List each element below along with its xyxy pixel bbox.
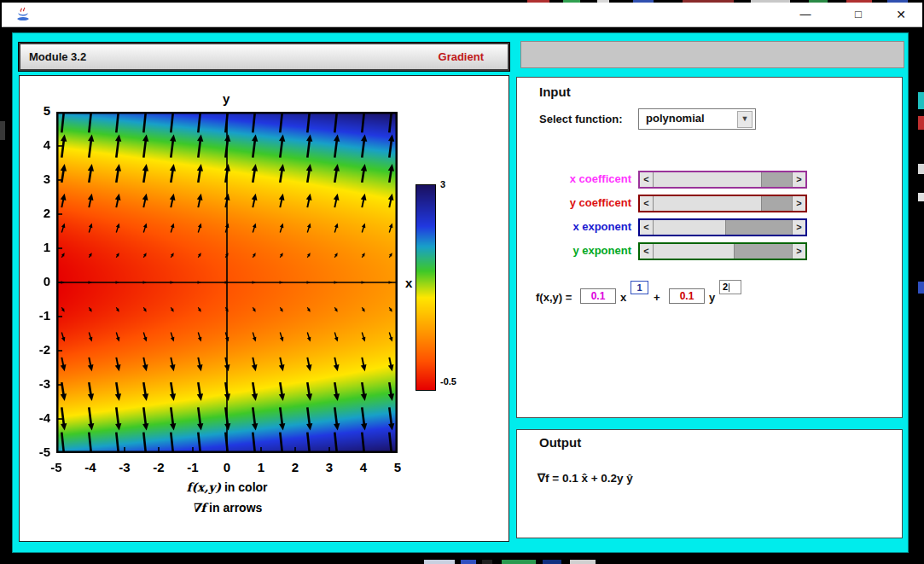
module-title: Module 3.2: [29, 50, 86, 63]
desktop-artifact: [918, 164, 924, 174]
y-tick-label: -1: [21, 308, 50, 323]
desktop-artifact: [683, 0, 734, 3]
function-dropdown[interactable]: polynomial ▼: [638, 108, 756, 130]
x-tick-label: 3: [316, 460, 343, 474]
desktop-artifact: [424, 560, 455, 564]
gradient-result-text: ∇f = 0.1 x̂ + 0.2y ŷ: [538, 471, 633, 485]
y-coefficient-slider-increase-button[interactable]: >: [792, 196, 805, 211]
x-tick-label: 0: [213, 460, 241, 474]
x-exponent-slider-decrease-button[interactable]: <: [640, 220, 654, 235]
y-coefficient-slider-label: y coefficent: [516, 196, 631, 209]
formula-prefix: f(x,y) =: [536, 291, 572, 304]
x-coefficient-slider-track[interactable]: [654, 172, 792, 187]
desktop-artifact: [887, 0, 908, 3]
colorbar: [416, 184, 436, 391]
select-function-label: Select function:: [539, 113, 623, 125]
x-exponent-slider[interactable]: <>: [638, 218, 807, 236]
formula-plus-sign: +: [654, 291, 660, 304]
colorbar-max-label: 3: [440, 179, 445, 189]
x-coefficient-slider-decrease-button[interactable]: <: [640, 172, 654, 187]
x-tick-label: -2: [145, 460, 172, 474]
app-window: — □ ✕ Module 3.2 Gradient y x 3 -0.5 f(x…: [0, 0, 924, 564]
x-coefficient-slider-label: x coefficent: [516, 172, 631, 185]
formula-x-variable: x: [620, 291, 626, 304]
y-tick-label: 5: [21, 103, 50, 118]
desktop-artifact: [597, 0, 609, 3]
close-button[interactable]: ✕: [880, 3, 921, 26]
y-exponent-field[interactable]: 2: [719, 280, 741, 294]
text-cursor: [729, 283, 729, 292]
caption-f-expression: f(x,y): [186, 480, 221, 494]
y-coefficient-slider-decrease-button[interactable]: <: [640, 196, 654, 211]
desktop-artifact: [918, 116, 924, 130]
x-exponent-slider-increase-button[interactable]: >: [792, 220, 805, 235]
x-coefficient-slider[interactable]: <>: [638, 171, 807, 189]
x-coefficient-slider-increase-button[interactable]: >: [792, 172, 805, 187]
module-header: Module 3.2 Gradient: [19, 43, 509, 71]
y-exponent-slider-increase-button[interactable]: >: [792, 244, 805, 259]
x-tick-label: 4: [350, 460, 377, 474]
x-tick-label: -4: [77, 460, 104, 474]
caption-gradient-symbol: ∇f: [192, 501, 206, 515]
top-right-toolbar: [520, 41, 904, 68]
x-exponent-slider-track[interactable]: [654, 220, 792, 235]
desktop-artifact: [918, 92, 924, 109]
desktop-artifact: [0, 121, 5, 140]
desktop-artifact: [570, 560, 596, 564]
chevron-down-icon[interactable]: ▼: [737, 111, 753, 128]
y-coefficient-field[interactable]: 0.1: [669, 288, 705, 304]
y-tick-label: 2: [21, 206, 50, 220]
y-exponent-slider[interactable]: <>: [638, 242, 807, 260]
y-coefficient-slider-thumb[interactable]: [654, 196, 762, 211]
x-axis-label: x: [405, 276, 412, 290]
function-dropdown-value: polynomial: [646, 112, 705, 125]
plot-caption-line1: f(x,y) in color: [56, 480, 398, 494]
y-tick-label: -2: [21, 342, 50, 357]
y-tick-label: -4: [21, 410, 50, 425]
plot-caption-line2: ∇f in arrows: [56, 501, 398, 515]
x-exponent-slider-thumb[interactable]: [654, 220, 726, 235]
y-coefficient-slider[interactable]: <>: [638, 195, 807, 212]
colorbar-min-label: -0.5: [440, 376, 456, 387]
y-tick-label: 3: [21, 172, 50, 186]
x-exponent-field[interactable]: 1: [631, 281, 648, 294]
minimize-button[interactable]: —: [785, 3, 826, 26]
output-panel-title: Output: [539, 435, 581, 450]
desktop-artifact: [809, 0, 828, 3]
desktop-artifact: [563, 0, 580, 3]
y-coefficient-slider-track[interactable]: [654, 196, 792, 211]
desktop-artifact: [543, 560, 561, 564]
y-exponent-slider-label: y exponent: [516, 244, 631, 257]
x-tick-label: 2: [282, 460, 309, 474]
x-coefficient-slider-thumb[interactable]: [654, 172, 762, 187]
y-exponent-slider-track[interactable]: [654, 244, 792, 259]
desktop-artifact: [846, 0, 872, 3]
java-app-icon[interactable]: [15, 7, 31, 22]
desktop-artifact: [502, 560, 536, 564]
desktop-artifact: [918, 282, 924, 294]
x-exponent-slider-label: x exponent: [516, 220, 631, 233]
y-tick-label: 4: [21, 137, 50, 152]
y-tick-label: 0: [21, 274, 50, 288]
x-tick-label: 1: [247, 460, 275, 474]
input-panel-title: Input: [539, 84, 571, 99]
window-titlebar: — □ ✕: [2, 3, 922, 27]
x-tick-label: 5: [384, 460, 411, 474]
y-exponent-value: 2: [723, 282, 728, 292]
module-subtitle: Gradient: [439, 50, 484, 63]
formula-y-variable: y: [709, 291, 715, 304]
desktop-artifact: [527, 0, 549, 3]
y-tick-label: -5: [21, 445, 50, 459]
caption-line1-text: in color: [221, 480, 267, 494]
maximize-button[interactable]: □: [838, 3, 879, 26]
x-coefficient-field[interactable]: 0.1: [580, 288, 616, 304]
y-tick-label: 1: [21, 240, 50, 254]
desktop-artifact: [918, 193, 924, 201]
y-exponent-slider-thumb[interactable]: [654, 244, 735, 259]
y-exponent-slider-decrease-button[interactable]: <: [640, 244, 654, 259]
x-tick-label: -3: [111, 460, 138, 474]
y-tick-label: -3: [21, 376, 50, 391]
desktop-artifact: [461, 560, 476, 564]
gradient-field-plot[interactable]: [56, 112, 398, 453]
x-tick-label: -5: [43, 460, 70, 474]
